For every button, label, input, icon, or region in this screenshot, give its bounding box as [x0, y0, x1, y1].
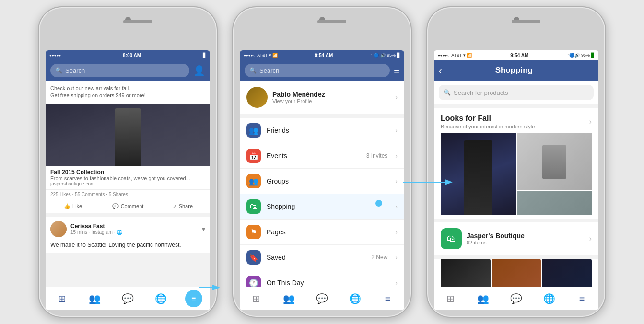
events-badge: 3 Invites: [366, 152, 388, 159]
section-info: Looks for Fall Because of your interest …: [441, 114, 535, 129]
status3-right: ↑🔵🔊 95% ▊: [567, 53, 595, 58]
tab-bar-3: ⊞ 👥 💬 🌐 ≡: [434, 287, 598, 310]
ad-text-2: Get free shipping on orders $49 or more!: [50, 92, 205, 99]
tab2-home-icon: ⊞: [252, 293, 260, 304]
status-time-1: 8:00 AM: [123, 53, 141, 58]
friends-chevron: ›: [395, 127, 398, 134]
post-body: We made it to Seattle! Loving the pacifi…: [46, 241, 210, 253]
groups-label: Groups: [267, 177, 389, 185]
post-time: 15 mins · Instagram · 🌐: [70, 230, 198, 235]
saved-badge: 2 New: [371, 254, 387, 261]
tab3-friends[interactable]: 👥: [473, 288, 494, 309]
tab2-friends[interactable]: 👥: [279, 288, 300, 309]
section-header: Looks for Fall Because of your interest …: [441, 114, 592, 129]
nav-bar-1: 🔍 Search 👤: [46, 60, 210, 81]
comment-action[interactable]: 💬 Comment: [100, 200, 155, 212]
tab-friends-icon: 👥: [89, 293, 101, 304]
profile-chevron: ›: [395, 93, 398, 102]
ad-stats: 225 Likes · 55 Comments · 5 Shares: [46, 189, 210, 199]
onthisday-chevron: ›: [395, 279, 398, 287]
menu-item-groups[interactable]: 👥 Groups ›: [240, 169, 404, 194]
post-meta: Cerissa Fast 15 mins · Instagram · 🌐: [70, 223, 198, 235]
events-icon: 📅: [246, 149, 261, 163]
like-action[interactable]: 👍 Like: [46, 200, 100, 212]
search-bar-1[interactable]: 🔍 Search: [50, 64, 189, 77]
ad-text-1: Check out our new arrivals for fall.: [50, 85, 205, 92]
status-dots: ●●●●●: [49, 53, 61, 58]
tab2-messenger[interactable]: 💬: [311, 288, 332, 309]
phone3-power: [605, 79, 606, 103]
tab2-menu[interactable]: ≡: [377, 288, 398, 309]
store-row[interactable]: 🛍 Jasper's Boutique 62 items ›: [434, 222, 598, 255]
pages-chevron: ›: [395, 228, 398, 236]
groups-icon: 👥: [246, 174, 261, 188]
store-icon: 🛍: [441, 228, 462, 249]
share-label: Share: [179, 203, 193, 209]
tab-menu[interactable]: ≡: [183, 288, 204, 309]
store-name: Jasper's Boutique: [467, 232, 585, 240]
tab-home[interactable]: ⊞: [51, 288, 72, 309]
saved-icon: 🔖: [246, 250, 261, 265]
menu-item-pages[interactable]: ⚑ Pages ›: [240, 220, 404, 245]
post-avatar: [50, 221, 67, 237]
menu-icon-2[interactable]: ≡: [394, 65, 399, 76]
menu-profile[interactable]: Pablo Menéndez View your Profile ›: [240, 81, 404, 114]
tab-messenger-icon: 💬: [122, 293, 134, 304]
phone3-vol-down: [426, 89, 427, 103]
tab3-home[interactable]: ⊞: [440, 288, 461, 309]
events-label: Events: [267, 152, 361, 160]
shopping-nav: ‹ Shopping: [434, 60, 598, 81]
shopping-search-bar[interactable]: 🔍 Search for products: [439, 85, 594, 100]
tab3-globe[interactable]: 🌐: [539, 288, 560, 309]
looks-section: Looks for Fall Because of your interest …: [434, 108, 598, 219]
ad-title: Fall 2015 Collection: [50, 169, 205, 175]
post-author: Cerissa Fast: [70, 223, 198, 230]
phone-shopping: ●●●●○ AT&T ▾ 📶 9:54 AM ↑🔵🔊 95% ▊ ‹ Shopp…: [426, 6, 606, 318]
tab-messenger[interactable]: 💬: [117, 288, 138, 309]
menu-item-events[interactable]: 📅 Events 3 Invites ›: [240, 143, 404, 169]
store-chevron: ›: [589, 234, 592, 243]
phone2-speaker: [317, 20, 346, 23]
feed-content: Check out our new arrivals for fall. Get…: [46, 81, 210, 310]
phone2-vol-down: [232, 89, 233, 103]
tab3-menu[interactable]: ≡: [572, 288, 593, 309]
tab-friends[interactable]: 👥: [84, 288, 105, 309]
shopping-dot: [375, 200, 382, 207]
section-sub: Because of your interest in modern style: [441, 124, 535, 129]
ad-url: jaspersboutique.com: [50, 181, 205, 186]
phone2-power: [411, 79, 412, 103]
back-button[interactable]: ‹: [439, 65, 442, 76]
search-icon-2: 🔍: [249, 67, 257, 74]
ad-image: [46, 104, 210, 166]
search-bar-2[interactable]: 🔍 Search: [245, 64, 390, 77]
tab-menu-active: ≡: [185, 290, 202, 307]
status-time-3: 9:54 AM: [510, 53, 528, 58]
share-icon: ↗: [173, 203, 177, 209]
section-title: Looks for Fall: [441, 114, 535, 123]
menu-item-shopping[interactable]: 🛍 Shopping ›: [240, 194, 404, 220]
user-post: Cerissa Fast 15 mins · Instagram · 🌐 ▾ W…: [46, 217, 210, 253]
ad-post: Check out our new arrivals for fall. Get…: [46, 81, 210, 213]
friends-icon: 👥: [246, 123, 261, 138]
tab2-globe[interactable]: 🌐: [344, 288, 365, 309]
shopping-icon: 🛍: [246, 199, 261, 214]
tab3-messenger[interactable]: 💬: [505, 288, 527, 309]
phone-vol-up: [38, 69, 39, 84]
share-action[interactable]: ↗ Share: [155, 200, 210, 212]
product-cell-1: [441, 133, 516, 215]
ad-actions: 👍 Like 💬 Comment ↗ Share: [46, 199, 210, 213]
menu-item-friends[interactable]: 👥 Friends ›: [240, 118, 404, 143]
search-icon-1: 🔍: [55, 67, 62, 74]
shopping-search-area: 🔍 Search for products: [434, 81, 598, 104]
saved-chevron: ›: [395, 254, 398, 261]
menu-icon-1[interactable]: 👤: [193, 65, 205, 76]
section-chevron: ›: [589, 117, 592, 126]
search-label-1: Search: [65, 67, 85, 74]
status-time-2: 9:54 AM: [315, 53, 333, 58]
tab-globe[interactable]: 🌐: [150, 288, 171, 309]
tab2-home[interactable]: ⊞: [246, 288, 267, 309]
ad-header: Check out our new arrivals for fall. Get…: [46, 81, 210, 104]
menu-item-saved[interactable]: 🔖 Saved 2 New ›: [240, 245, 404, 270]
shopping-label: Shopping: [267, 203, 373, 210]
search-label-2: Search: [259, 67, 279, 74]
